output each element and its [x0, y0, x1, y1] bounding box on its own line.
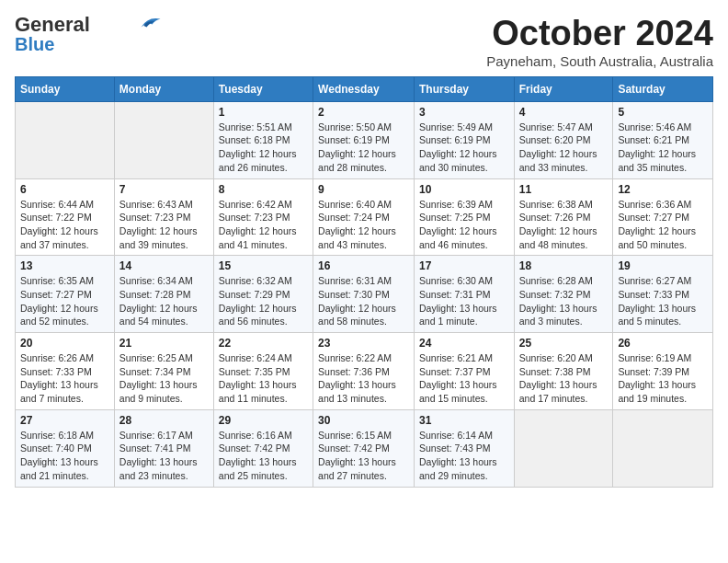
logo: General Blue: [15, 15, 162, 53]
weekday-header-sunday: Sunday: [16, 76, 115, 101]
calendar-cell: 2Sunrise: 5:50 AM Sunset: 6:19 PM Daylig…: [313, 101, 415, 178]
calendar-cell: 6Sunrise: 6:44 AM Sunset: 7:22 PM Daylig…: [16, 178, 115, 256]
calendar-cell: 23Sunrise: 6:22 AM Sunset: 7:36 PM Dayli…: [313, 333, 415, 410]
day-number: 12: [618, 183, 708, 196]
day-info: Sunrise: 6:26 AM Sunset: 7:33 PM Dayligh…: [20, 351, 109, 406]
day-number: 19: [618, 259, 708, 272]
day-info: Sunrise: 6:24 AM Sunset: 7:35 PM Dayligh…: [219, 351, 308, 406]
day-number: 17: [419, 259, 509, 272]
weekday-header-wednesday: Wednesday: [313, 76, 415, 101]
calendar-cell: 9Sunrise: 6:40 AM Sunset: 7:24 PM Daylig…: [313, 178, 415, 256]
calendar-cell: [613, 409, 713, 487]
day-info: Sunrise: 6:28 AM Sunset: 7:32 PM Dayligh…: [519, 274, 609, 328]
calendar-cell: 13Sunrise: 6:35 AM Sunset: 7:27 PM Dayli…: [16, 256, 115, 333]
day-info: Sunrise: 6:43 AM Sunset: 7:23 PM Dayligh…: [119, 198, 209, 252]
day-info: Sunrise: 5:51 AM Sunset: 6:18 PM Dayligh…: [219, 121, 308, 175]
day-number: 30: [318, 414, 409, 427]
calendar-cell: 24Sunrise: 6:21 AM Sunset: 7:37 PM Dayli…: [414, 333, 514, 410]
calendar-cell: 16Sunrise: 6:31 AM Sunset: 7:30 PM Dayli…: [313, 256, 415, 333]
calendar-cell: 28Sunrise: 6:17 AM Sunset: 7:41 PM Dayli…: [114, 409, 213, 487]
day-number: 25: [519, 337, 609, 350]
day-info: Sunrise: 6:35 AM Sunset: 7:27 PM Dayligh…: [20, 274, 109, 328]
day-number: 13: [20, 259, 109, 272]
day-info: Sunrise: 6:32 AM Sunset: 7:29 PM Dayligh…: [219, 274, 308, 328]
calendar-cell: 12Sunrise: 6:36 AM Sunset: 7:27 PM Dayli…: [613, 178, 713, 256]
day-number: 28: [119, 414, 209, 427]
calendar-cell: 29Sunrise: 6:16 AM Sunset: 7:42 PM Dayli…: [213, 409, 313, 487]
calendar-cell: [114, 101, 213, 178]
day-number: 10: [419, 183, 509, 196]
day-info: Sunrise: 6:17 AM Sunset: 7:41 PM Dayligh…: [119, 429, 209, 483]
day-info: Sunrise: 6:38 AM Sunset: 7:26 PM Dayligh…: [519, 198, 609, 252]
calendar-cell: 5Sunrise: 5:46 AM Sunset: 6:21 PM Daylig…: [613, 101, 713, 178]
day-info: Sunrise: 5:47 AM Sunset: 6:20 PM Dayligh…: [519, 121, 609, 175]
day-info: Sunrise: 6:30 AM Sunset: 7:31 PM Dayligh…: [419, 274, 509, 328]
logo-general: General: [15, 13, 90, 36]
weekday-header-saturday: Saturday: [613, 76, 713, 101]
title-block: October 2024 Payneham, South Australia, …: [486, 15, 713, 69]
day-info: Sunrise: 6:21 AM Sunset: 7:37 PM Dayligh…: [419, 351, 509, 406]
day-number: 31: [419, 414, 509, 427]
calendar-cell: 19Sunrise: 6:27 AM Sunset: 7:33 PM Dayli…: [613, 256, 713, 333]
calendar-cell: 18Sunrise: 6:28 AM Sunset: 7:32 PM Dayli…: [514, 256, 613, 333]
day-info: Sunrise: 6:20 AM Sunset: 7:38 PM Dayligh…: [519, 351, 609, 406]
calendar-cell: 8Sunrise: 6:42 AM Sunset: 7:23 PM Daylig…: [213, 178, 313, 256]
weekday-header-tuesday: Tuesday: [213, 76, 313, 101]
day-number: 3: [419, 106, 509, 119]
calendar-cell: 7Sunrise: 6:43 AM Sunset: 7:23 PM Daylig…: [114, 178, 213, 256]
calendar-cell: 15Sunrise: 6:32 AM Sunset: 7:29 PM Dayli…: [213, 256, 313, 333]
calendar-cell: 14Sunrise: 6:34 AM Sunset: 7:28 PM Dayli…: [114, 256, 213, 333]
day-info: Sunrise: 6:40 AM Sunset: 7:24 PM Dayligh…: [318, 198, 409, 252]
day-number: 16: [318, 259, 409, 272]
day-number: 6: [20, 183, 109, 196]
weekday-header-monday: Monday: [114, 76, 213, 101]
day-number: 7: [119, 183, 209, 196]
calendar-week-row: 27Sunrise: 6:18 AM Sunset: 7:40 PM Dayli…: [16, 409, 713, 487]
calendar-cell: 30Sunrise: 6:15 AM Sunset: 7:42 PM Dayli…: [313, 409, 415, 487]
weekday-header-friday: Friday: [514, 76, 613, 101]
day-number: 21: [119, 337, 209, 350]
day-number: 2: [318, 106, 409, 119]
day-info: Sunrise: 6:27 AM Sunset: 7:33 PM Dayligh…: [618, 274, 708, 328]
location-label: Payneham, South Australia, Australia: [486, 53, 713, 69]
month-title: October 2024: [486, 15, 713, 53]
logo-bird-icon: [134, 14, 162, 32]
calendar-cell: 22Sunrise: 6:24 AM Sunset: 7:35 PM Dayli…: [213, 333, 313, 410]
day-number: 27: [20, 414, 109, 427]
day-info: Sunrise: 6:18 AM Sunset: 7:40 PM Dayligh…: [20, 429, 109, 483]
calendar-cell: 3Sunrise: 5:49 AM Sunset: 6:19 PM Daylig…: [414, 101, 514, 178]
calendar-cell: 17Sunrise: 6:30 AM Sunset: 7:31 PM Dayli…: [414, 256, 514, 333]
day-number: 22: [219, 337, 308, 350]
day-info: Sunrise: 6:15 AM Sunset: 7:42 PM Dayligh…: [318, 429, 409, 483]
day-number: 5: [618, 106, 708, 119]
page-header: General Blue October 2024 Payneham, Sout…: [15, 15, 713, 69]
day-info: Sunrise: 6:34 AM Sunset: 7:28 PM Dayligh…: [119, 274, 209, 328]
day-number: 1: [219, 106, 308, 119]
day-info: Sunrise: 6:25 AM Sunset: 7:34 PM Dayligh…: [119, 351, 209, 406]
day-info: Sunrise: 6:36 AM Sunset: 7:27 PM Dayligh…: [618, 198, 708, 252]
day-info: Sunrise: 5:46 AM Sunset: 6:21 PM Dayligh…: [618, 121, 708, 175]
day-info: Sunrise: 6:19 AM Sunset: 7:39 PM Dayligh…: [618, 351, 708, 406]
calendar-cell: 26Sunrise: 6:19 AM Sunset: 7:39 PM Dayli…: [613, 333, 713, 410]
calendar-week-row: 20Sunrise: 6:26 AM Sunset: 7:33 PM Dayli…: [16, 333, 713, 410]
calendar-cell: 25Sunrise: 6:20 AM Sunset: 7:38 PM Dayli…: [514, 333, 613, 410]
day-number: 23: [318, 337, 409, 350]
calendar-cell: 27Sunrise: 6:18 AM Sunset: 7:40 PM Dayli…: [16, 409, 115, 487]
day-number: 20: [20, 337, 109, 350]
day-info: Sunrise: 5:49 AM Sunset: 6:19 PM Dayligh…: [419, 121, 509, 175]
day-number: 14: [119, 259, 209, 272]
calendar-cell: 31Sunrise: 6:14 AM Sunset: 7:43 PM Dayli…: [414, 409, 514, 487]
calendar-cell: 11Sunrise: 6:38 AM Sunset: 7:26 PM Dayli…: [514, 178, 613, 256]
day-info: Sunrise: 6:14 AM Sunset: 7:43 PM Dayligh…: [419, 429, 509, 483]
day-info: Sunrise: 6:31 AM Sunset: 7:30 PM Dayligh…: [318, 274, 409, 328]
calendar-cell: 10Sunrise: 6:39 AM Sunset: 7:25 PM Dayli…: [414, 178, 514, 256]
day-number: 11: [519, 183, 609, 196]
day-info: Sunrise: 6:39 AM Sunset: 7:25 PM Dayligh…: [419, 198, 509, 252]
calendar-cell: 21Sunrise: 6:25 AM Sunset: 7:34 PM Dayli…: [114, 333, 213, 410]
calendar-cell: [514, 409, 613, 487]
calendar-week-row: 6Sunrise: 6:44 AM Sunset: 7:22 PM Daylig…: [16, 178, 713, 256]
calendar-table: SundayMondayTuesdayWednesdayThursdayFrid…: [15, 76, 713, 488]
day-number: 18: [519, 259, 609, 272]
calendar-cell: 4Sunrise: 5:47 AM Sunset: 6:20 PM Daylig…: [514, 101, 613, 178]
calendar-cell: 20Sunrise: 6:26 AM Sunset: 7:33 PM Dayli…: [16, 333, 115, 410]
